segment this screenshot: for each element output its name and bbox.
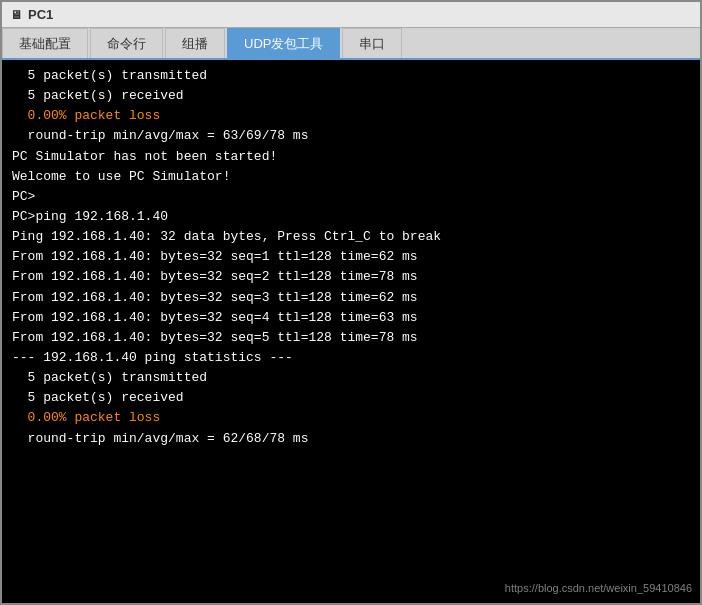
tab-bar: 基础配置命令行组播UDP发包工具串口 (2, 28, 700, 60)
terminal-line: Welcome to use PC Simulator! (12, 167, 690, 187)
terminal-line: round-trip min/avg/max = 63/69/78 ms (12, 126, 690, 146)
terminal-line: 0.00% packet loss (12, 106, 690, 126)
terminal-line: 0.00% packet loss (12, 408, 690, 428)
tab-0[interactable]: 基础配置 (2, 28, 88, 58)
tab-2[interactable]: 组播 (165, 28, 225, 58)
terminal-line: PC>ping 192.168.1.40 (12, 207, 690, 227)
tab-1[interactable]: 命令行 (90, 28, 163, 58)
terminal-line: From 192.168.1.40: bytes=32 seq=1 ttl=12… (12, 247, 690, 267)
terminal-line: From 192.168.1.40: bytes=32 seq=3 ttl=12… (12, 288, 690, 308)
terminal-line: From 192.168.1.40: bytes=32 seq=5 ttl=12… (12, 328, 690, 348)
watermark: https://blog.csdn.net/weixin_59410846 (505, 580, 692, 597)
terminal-line: round-trip min/avg/max = 62/68/78 ms (12, 429, 690, 449)
tab-3[interactable]: UDP发包工具 (227, 28, 340, 58)
window-icon: 🖥 (10, 8, 22, 22)
terminal-line: 5 packet(s) transmitted (12, 66, 690, 86)
terminal-line: From 192.168.1.40: bytes=32 seq=2 ttl=12… (12, 267, 690, 287)
terminal-line: Ping 192.168.1.40: 32 data bytes, Press … (12, 227, 690, 247)
terminal[interactable]: 5 packet(s) transmitted 5 packet(s) rece… (2, 60, 700, 603)
tab-4[interactable]: 串口 (342, 28, 402, 58)
window-title: PC1 (28, 7, 53, 22)
terminal-line: --- 192.168.1.40 ping statistics --- (12, 348, 690, 368)
terminal-line: PC> (12, 187, 690, 207)
terminal-line: 5 packet(s) received (12, 388, 690, 408)
terminal-line: From 192.168.1.40: bytes=32 seq=4 ttl=12… (12, 308, 690, 328)
terminal-line: 5 packet(s) received (12, 86, 690, 106)
terminal-line: 5 packet(s) transmitted (12, 368, 690, 388)
terminal-line: PC Simulator has not been started! (12, 147, 690, 167)
title-bar: 🖥 PC1 (2, 2, 700, 28)
window: 🖥 PC1 基础配置命令行组播UDP发包工具串口 5 packet(s) tra… (0, 0, 702, 605)
